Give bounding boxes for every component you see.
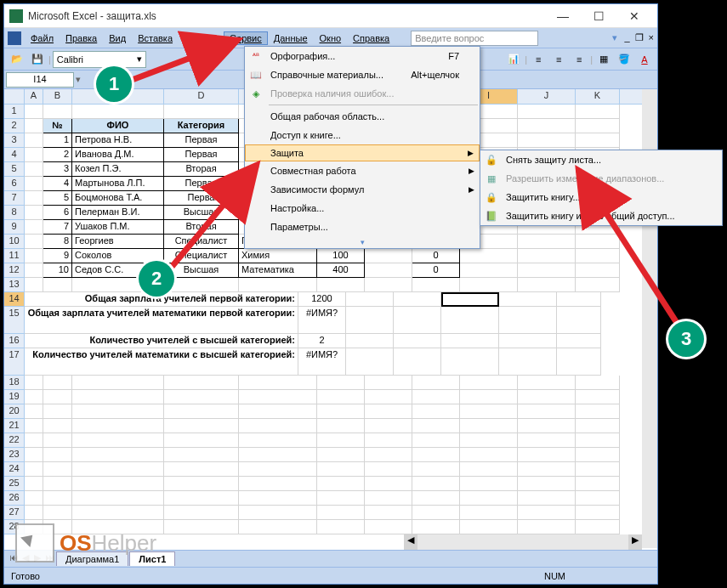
col-D[interactable]: D — [164, 89, 239, 104]
cell[interactable]: Высшая — [164, 206, 239, 220]
cell[interactable] — [412, 477, 460, 491]
cell[interactable] — [365, 390, 412, 404]
cell[interactable] — [25, 506, 43, 520]
cell[interactable] — [412, 278, 460, 292]
row-header[interactable]: 23 — [4, 448, 25, 462]
cell[interactable] — [576, 520, 620, 534]
cell[interactable] — [576, 105, 620, 119]
cell[interactable]: #ИМЯ? — [298, 348, 346, 376]
row-header[interactable]: 24 — [4, 462, 25, 477]
cell[interactable] — [72, 105, 164, 119]
cell[interactable] — [25, 419, 43, 433]
row-header[interactable]: 21 — [4, 419, 25, 433]
cell[interactable] — [518, 433, 576, 448]
col-A[interactable]: A — [25, 89, 43, 104]
cell[interactable] — [317, 278, 365, 292]
menu-help[interactable]: Справка — [347, 31, 395, 45]
cell[interactable] — [557, 292, 601, 307]
cell[interactable] — [239, 520, 317, 534]
menu-edit[interactable]: Правка — [60, 31, 103, 45]
cell[interactable]: Количество учителей математики с высшей … — [25, 348, 298, 376]
cell[interactable]: Козел П.Э. — [72, 162, 164, 177]
cell[interactable] — [25, 133, 43, 148]
cell[interactable] — [518, 404, 576, 419]
cell[interactable] — [164, 448, 239, 462]
cell[interactable] — [460, 506, 518, 520]
cell[interactable] — [43, 448, 72, 462]
mi-collaboration[interactable]: Совместная работа▶ — [245, 161, 480, 180]
cell[interactable] — [412, 433, 460, 448]
cell[interactable] — [518, 376, 576, 390]
cell[interactable] — [518, 133, 576, 148]
cell[interactable] — [518, 105, 576, 119]
cell[interactable] — [239, 477, 317, 491]
cell[interactable] — [72, 448, 164, 462]
mi-formula-auditing[interactable]: Зависимости формул▶ — [245, 180, 480, 199]
cell[interactable] — [164, 404, 239, 419]
row-header[interactable]: 6 — [4, 177, 25, 191]
cell[interactable] — [518, 263, 576, 278]
mi-share-workbook[interactable]: Доступ к книге... — [245, 126, 480, 144]
cell[interactable] — [499, 348, 557, 376]
cell[interactable] — [365, 419, 412, 433]
cell[interactable] — [43, 462, 72, 477]
cell[interactable] — [164, 376, 239, 390]
close-button[interactable]: ✕ — [616, 7, 652, 25]
cell[interactable]: Георгиев — [72, 235, 164, 249]
doc-minimize-icon[interactable]: _ — [624, 32, 629, 43]
cell[interactable] — [346, 334, 394, 348]
cell[interactable]: Вторая — [164, 220, 239, 235]
save-button[interactable]: 💾 — [28, 50, 47, 69]
cell[interactable] — [43, 105, 72, 119]
cell[interactable] — [576, 506, 620, 520]
row-header[interactable]: 10 — [4, 235, 25, 249]
cell[interactable] — [518, 477, 576, 491]
cell[interactable] — [518, 278, 576, 292]
cell[interactable] — [72, 404, 164, 419]
cell[interactable] — [365, 491, 412, 506]
cell[interactable]: 6 — [43, 206, 72, 220]
cell[interactable]: 9 — [43, 249, 72, 263]
cell[interactable] — [72, 506, 164, 520]
cell[interactable]: Боцмонова Т.А. — [72, 191, 164, 206]
cell[interactable]: 1200 — [298, 292, 346, 307]
cell[interactable] — [460, 404, 518, 419]
cell[interactable]: 5 — [43, 191, 72, 206]
cell[interactable] — [164, 433, 239, 448]
cell[interactable] — [72, 376, 164, 390]
mi-customize[interactable]: Настройка... — [245, 199, 480, 218]
cell[interactable] — [25, 177, 43, 191]
cell[interactable] — [412, 520, 460, 534]
cell[interactable] — [25, 235, 43, 249]
cell[interactable] — [412, 462, 460, 477]
cell[interactable] — [239, 491, 317, 506]
cell[interactable] — [43, 506, 72, 520]
cell[interactable]: 2 — [43, 148, 72, 162]
row-header[interactable]: 17 — [4, 348, 25, 376]
cell[interactable] — [43, 477, 72, 491]
cell[interactable] — [576, 278, 620, 292]
cell[interactable] — [576, 491, 620, 506]
cell[interactable] — [518, 390, 576, 404]
align-center-button[interactable]: ≡ — [549, 50, 568, 69]
cell[interactable] — [164, 419, 239, 433]
cell[interactable] — [557, 307, 601, 334]
border-button[interactable]: ▦ — [594, 50, 613, 69]
cell[interactable] — [518, 119, 576, 133]
cell[interactable] — [576, 376, 620, 390]
cell[interactable] — [25, 206, 43, 220]
cell[interactable] — [25, 462, 43, 477]
cell[interactable] — [365, 477, 412, 491]
cell[interactable] — [43, 404, 72, 419]
cell[interactable] — [317, 462, 365, 477]
mi-protection[interactable]: Защита▶ — [245, 144, 480, 161]
cell[interactable]: 8 — [43, 235, 72, 249]
cell[interactable] — [365, 404, 412, 419]
row-header[interactable]: 15 — [4, 307, 25, 334]
cell[interactable] — [25, 448, 43, 462]
cell[interactable] — [365, 448, 412, 462]
cell[interactable] — [499, 307, 557, 334]
cell[interactable] — [460, 491, 518, 506]
cell[interactable] — [557, 334, 601, 348]
mi-research[interactable]: 📖Справочные материалы...Alt+щелчок — [245, 65, 480, 84]
